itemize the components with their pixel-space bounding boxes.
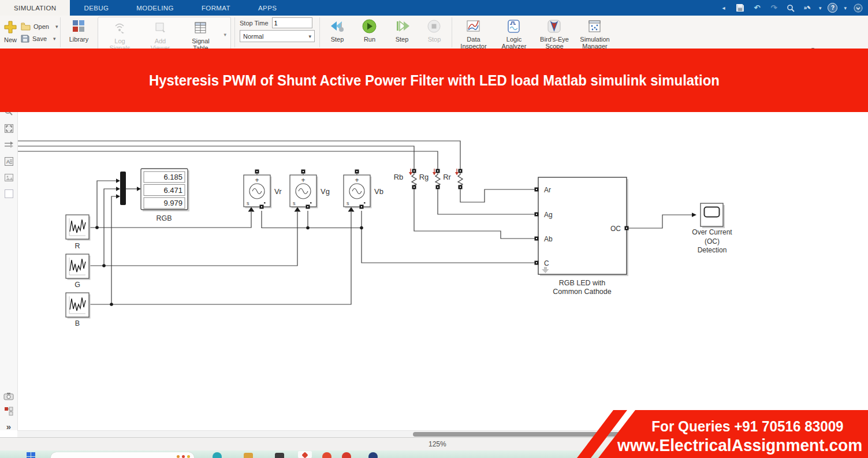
logic-analyzer-icon [506, 18, 521, 34]
open-button[interactable]: Open ▾ [21, 20, 58, 32]
chevron-down-icon[interactable]: ▾ [53, 36, 56, 42]
display-value: 9.979 [163, 199, 182, 207]
resistor-Rg[interactable]: Rg [419, 169, 440, 189]
stop-button[interactable]: Stop [418, 16, 450, 43]
save-label: Save [32, 35, 47, 42]
model-canvas[interactable]: R G B [17, 112, 868, 430]
sim-mode-dropdown[interactable]: Normal ▾ [240, 30, 315, 42]
chevron-down-icon[interactable]: ▾ [221, 32, 229, 38]
headset-app-icon[interactable] [368, 452, 378, 458]
start-icon[interactable] [27, 452, 35, 458]
logic-analyzer-label: Logic [506, 36, 521, 43]
birdseye-scope-icon [546, 18, 562, 34]
source-block-B[interactable]: B [66, 293, 91, 327]
powerpoint-app-icon[interactable] [322, 452, 331, 458]
rgb-display-block[interactable]: 6.185 6.471 9.979 RGB [141, 169, 189, 222]
stop-time-label: Stop Time [240, 20, 269, 27]
log-signals-button[interactable]: Log Signals [99, 17, 140, 51]
expand-chevrons-icon[interactable]: » [3, 420, 14, 432]
data-inspector-button[interactable]: Data Inspector [453, 16, 494, 50]
tab-debug[interactable]: DEBUG [70, 0, 122, 16]
step-back-button[interactable]: Step [321, 16, 353, 43]
resistor-Rr[interactable]: Rr [443, 169, 463, 189]
resistor-Rb[interactable]: Rb [394, 169, 416, 189]
undo-icon[interactable]: ↶ [752, 3, 762, 13]
display-value: 6.185 [163, 173, 182, 181]
source-label: B [75, 319, 80, 327]
voltage-source-Vg[interactable]: + s Vg [290, 170, 330, 212]
signal-routing-icon[interactable] [3, 139, 14, 151]
tab-format[interactable]: FORMAT [188, 0, 244, 16]
block-name: Over Current [692, 228, 732, 236]
folder-app-icon[interactable] [244, 453, 253, 458]
minimize-toolstrip-icon[interactable] [853, 3, 863, 13]
screenshot-icon[interactable]: »✎ [802, 3, 813, 13]
library-button[interactable]: Library [62, 16, 95, 43]
logic-analyzer-button[interactable]: Logic Analyzer [494, 16, 534, 50]
step-forward-icon [394, 18, 409, 34]
display-value: 6.471 [163, 186, 182, 195]
save-icon[interactable] [735, 3, 746, 13]
sim-mode-value: Normal [243, 33, 263, 40]
log-signals-icon [112, 20, 128, 36]
run-button[interactable]: Run [353, 16, 386, 43]
add-viewer-button[interactable]: Add Viewer [140, 17, 180, 51]
block-name: RGB LED with [559, 279, 606, 287]
chevron-down-icon[interactable]: ▾ [844, 5, 847, 11]
simscape-s-label: s [293, 200, 296, 206]
display-label: RGB [156, 214, 172, 222]
signal-table-icon [193, 20, 208, 36]
simscape-s-label: s [347, 200, 349, 206]
quick-access-toolbar: ◂ ↶ ↷ »✎ ▾ ? ▾ [718, 0, 863, 16]
new-button[interactable]: New [3, 17, 17, 44]
chevron-down-icon[interactable]: ▾ [55, 24, 58, 29]
mux-block[interactable] [120, 172, 126, 205]
oc-scope-block[interactable]: Over Current (OC) Detection [692, 203, 732, 254]
stop-label: Stop [428, 36, 441, 43]
run-label: Run [364, 36, 375, 43]
tab-simulation[interactable]: SIMULATION [0, 0, 70, 16]
simulation-manager-button[interactable]: Simulation Manager [575, 16, 615, 50]
source-block-G[interactable]: G [66, 254, 91, 289]
help-icon[interactable]: ? [828, 3, 837, 13]
port-label: Ar [544, 186, 551, 194]
vsource-label: Vb [374, 187, 383, 196]
collapse-left-icon[interactable]: ◂ [718, 3, 729, 13]
rgb-led-block[interactable]: Ar Ag Ab C OC RGB LED with Common Cathod… [535, 177, 629, 296]
area-icon[interactable] [3, 188, 14, 199]
voltage-source-Vb[interactable]: + s Vb [344, 170, 383, 212]
prepare-group: Log Signals Add Viewer Signal Table ▾ [98, 17, 231, 52]
redo-icon[interactable]: ↷ [769, 3, 779, 13]
footer-queries-line: For Queries +91 70516 83009 [652, 418, 844, 435]
dark-app-icon[interactable] [275, 453, 284, 458]
birdseye-scope-button[interactable]: Bird's-Eye Scope [534, 16, 575, 50]
palette-sidebar: A » [0, 112, 18, 430]
signal-table-button[interactable]: Signal Table [180, 17, 221, 51]
tab-modeling[interactable]: MODELING [122, 0, 188, 16]
library-icon [71, 18, 87, 34]
step-forward-button[interactable]: Step [386, 16, 418, 43]
image-icon[interactable] [3, 172, 14, 183]
annotation-icon[interactable]: A [3, 155, 14, 167]
fit-view-icon[interactable] [3, 122, 14, 134]
data-inspector-label: Data [467, 36, 480, 43]
chevron-down-icon[interactable]: ▾ [819, 5, 822, 11]
teal-app-icon[interactable] [213, 452, 222, 458]
voltage-source-Vr[interactable]: + s Vr [244, 170, 282, 212]
port-label: C [544, 259, 549, 267]
model-browser-icon[interactable] [3, 405, 14, 417]
plus-terminal-label: + [301, 176, 305, 184]
stop-time-input[interactable] [272, 17, 312, 28]
red-app-icon[interactable] [342, 452, 351, 458]
source-label: G [74, 281, 80, 289]
search-icon[interactable] [785, 3, 796, 13]
svg-text:A: A [6, 159, 10, 165]
step-forward-label: Step [396, 36, 409, 43]
tab-apps[interactable]: APPS [244, 0, 290, 16]
save-button[interactable]: Save ▾ [21, 32, 58, 44]
source-block-R[interactable]: R [66, 215, 91, 250]
screenshot-icon[interactable] [3, 390, 14, 402]
block-name: (OC) [705, 237, 720, 245]
taskbar-search-pill[interactable] [51, 452, 194, 458]
pinned-app-tile[interactable] [298, 451, 312, 458]
